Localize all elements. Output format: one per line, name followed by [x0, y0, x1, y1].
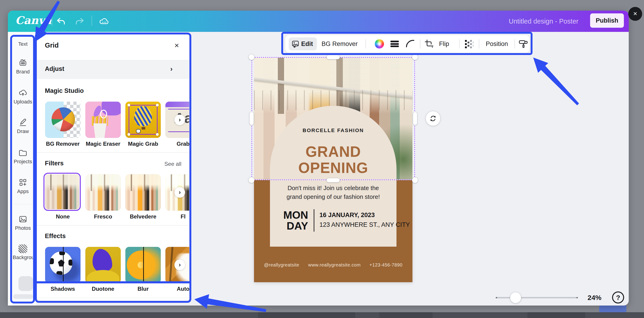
effects-heading: Effects — [45, 233, 66, 240]
see-all-link[interactable]: See all — [152, 161, 181, 167]
sidebar-divider — [14, 204, 32, 204]
duotone-head-art — [92, 249, 112, 272]
toolbar-divider — [514, 39, 515, 48]
poster-body-text[interactable]: Don't miss it! Join us celebrate the gra… — [270, 184, 396, 201]
magic-card-bg-remover[interactable] — [45, 102, 80, 138]
resize-handle-nw[interactable] — [248, 54, 254, 60]
effect-label: Blur — [123, 286, 163, 292]
handle-dot — [156, 133, 159, 136]
filter-thumb — [45, 174, 79, 209]
effect-card-shadows[interactable] — [45, 247, 80, 283]
selection-frame-art — [128, 105, 158, 135]
transparency-icon[interactable] — [464, 39, 474, 49]
body-line1: Don't miss it! Join us celebrate the — [270, 184, 396, 192]
bg-remover-button[interactable]: BG Remover — [322, 40, 358, 48]
resize-handle-se[interactable] — [412, 177, 418, 183]
sidebar-item-background[interactable]: Background — [13, 244, 33, 261]
flip-button[interactable]: Flip — [439, 40, 449, 48]
edit-button[interactable]: Edit — [289, 37, 317, 50]
poster-date[interactable]: 16 JANUARY, 2023 — [320, 211, 398, 219]
poster-footer[interactable]: @reallygreatsite www.reallygreatsite.com… — [266, 262, 400, 268]
desktop-shape — [528, 312, 585, 318]
apps-grid-icon — [18, 178, 28, 187]
purple-band — [166, 102, 189, 107]
blur-overlay — [142, 247, 161, 283]
header-divider — [52, 16, 52, 26]
toolbar-divider — [459, 39, 460, 48]
resize-handle-ne[interactable] — [412, 54, 418, 60]
scroll-right-button[interactable]: › — [174, 187, 185, 198]
scroll-right-button[interactable]: › — [174, 115, 185, 125]
pen-icon — [18, 118, 28, 127]
panel-divider — [37, 298, 189, 298]
undo-icon[interactable] — [56, 17, 66, 26]
footer-website: www.reallygreatsite.com — [308, 262, 361, 268]
magic-label: Grab — [163, 141, 189, 147]
position-button[interactable]: Position — [486, 40, 508, 48]
resize-handle-right[interactable] — [413, 112, 417, 125]
filter-card-belvedere[interactable] — [126, 174, 161, 211]
cup-art — [92, 123, 107, 138]
zoom-slider[interactable] — [496, 297, 578, 298]
grid-panel: Grid × Adjust › Magic Studio — [37, 35, 189, 301]
adjust-bars-icon[interactable] — [390, 41, 399, 47]
filter-label: Belvedere — [123, 213, 163, 220]
cloud-menu-icon[interactable] — [99, 17, 109, 26]
resize-handle-bottom[interactable] — [326, 178, 340, 182]
magic-card-magic-grab[interactable] — [126, 102, 161, 138]
poster-address[interactable]: 123 ANYWHERE ST., ANY CITY — [320, 221, 403, 228]
canva-logo[interactable]: Canva — [15, 13, 48, 27]
effect-card-duotone[interactable] — [85, 247, 121, 283]
magic-label: Magic Eraser — [83, 141, 123, 147]
publish-button[interactable]: Publish — [590, 13, 624, 28]
filter-label: Fresco — [83, 213, 123, 220]
brand-icon — [18, 58, 28, 67]
effect-label: Shadows — [43, 286, 83, 292]
close-icon[interactable]: × — [172, 40, 182, 50]
help-button[interactable]: ? — [612, 292, 624, 304]
edit-image-icon — [292, 40, 299, 48]
sidebar-item-projects[interactable]: Projects — [13, 148, 33, 165]
filter-card-none[interactable] — [44, 173, 81, 211]
beach-ball-art — [52, 107, 75, 131]
resize-handle-left[interactable] — [249, 112, 254, 125]
rotate-handle[interactable] — [426, 111, 440, 126]
effect-label: Auto — [163, 286, 189, 292]
color-wheel-icon[interactable] — [375, 39, 384, 48]
scroll-right-button[interactable]: › — [174, 260, 185, 270]
sidebar-placeholder — [18, 276, 33, 291]
adjust-row[interactable]: Adjust › — [37, 60, 189, 79]
sidebar-item-photos[interactable]: Photos — [13, 215, 33, 231]
desktop-shape — [258, 312, 355, 318]
poster-day-text[interactable]: MON DAY — [276, 210, 308, 231]
crop-icon[interactable] — [424, 39, 434, 49]
zoom-level[interactable]: 24% — [584, 294, 606, 302]
effect-card-blur[interactable] — [126, 247, 161, 283]
line-art — [168, 131, 189, 132]
selection-frame — [252, 57, 415, 180]
magic-card-magic-eraser[interactable] — [85, 102, 121, 138]
sidebar-item-uploads[interactable]: Uploads — [13, 88, 33, 105]
screenshot-frame: Canva Untitled design - Poster Publish ×… — [0, 0, 644, 318]
resize-handle-sw[interactable] — [248, 177, 254, 183]
redo-icon[interactable] — [74, 17, 85, 26]
sidebar-item-draw[interactable]: Draw — [13, 118, 33, 134]
paint-roller-icon[interactable] — [518, 39, 528, 49]
close-window-button[interactable]: × — [628, 7, 642, 21]
curve-icon[interactable] — [405, 39, 415, 49]
desktop-shape — [599, 305, 626, 312]
grab-cursor — [136, 129, 141, 133]
magic-label: BG Remover — [43, 141, 83, 147]
duotone-shirt-art — [87, 270, 119, 283]
filter-card-fresco[interactable] — [85, 174, 121, 211]
background-stripes-icon — [18, 244, 27, 253]
handle-dot — [128, 133, 130, 136]
resize-handle-top[interactable] — [326, 55, 340, 59]
sidebar-item-brand[interactable]: Brand — [13, 58, 33, 75]
panel-divider — [37, 225, 189, 226]
sidebar-item-apps[interactable]: Apps — [13, 178, 33, 194]
design-title[interactable]: Untitled design - Poster — [504, 17, 583, 25]
sidebar-item-text[interactable]: Text — [13, 41, 33, 47]
toolbar-divider — [366, 39, 366, 48]
zoom-slider-thumb[interactable] — [510, 292, 521, 303]
